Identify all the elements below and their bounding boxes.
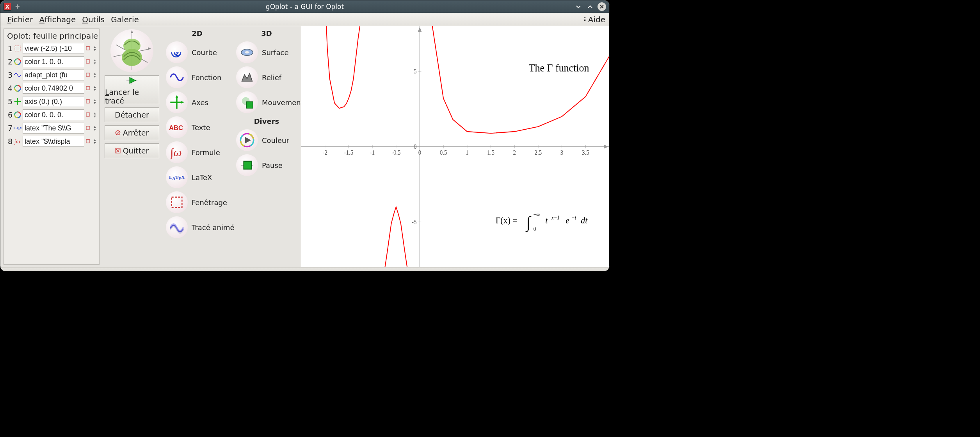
fenetrage-icon: [166, 191, 188, 213]
row-number: 2: [5, 57, 12, 66]
svg-text:∫: ∫: [525, 213, 532, 232]
delete-row-icon[interactable]: [85, 85, 91, 91]
sheet-row: 4 ▴▾: [5, 82, 98, 95]
svg-text:5: 5: [414, 68, 417, 75]
palette-item-label: LaTeX: [192, 173, 212, 182]
command-input[interactable]: [23, 109, 84, 120]
palette-item-fonction[interactable]: Fonction: [164, 65, 231, 90]
stop-button[interactable]: Arrêter: [105, 125, 159, 140]
svg-text:t: t: [545, 216, 548, 226]
palette-item-surface[interactable]: Surface: [234, 40, 299, 65]
app-icon: X: [4, 3, 11, 11]
palette-item-label: Fonction: [192, 73, 222, 82]
delete-row-icon[interactable]: [85, 138, 91, 144]
chart-annotation: Γ(x) = ∫ 0 +∞ t x−1 e −t dt: [496, 211, 588, 232]
palette-item-courbe[interactable]: Courbe: [164, 40, 231, 65]
palette-item-axes[interactable]: Axes: [164, 90, 231, 115]
launch-button[interactable]: Lancer le tracé: [105, 75, 159, 104]
palette-item-label: Pause: [262, 161, 283, 169]
palette-2d-heading: 2D: [164, 29, 231, 40]
reorder-handle[interactable]: ▴▾: [92, 85, 98, 91]
svg-marker-13: [17, 98, 18, 99]
delete-row-icon[interactable]: [85, 45, 91, 52]
yarn-knot-icon: [110, 29, 153, 72]
svg-text:-0.5: -0.5: [391, 149, 401, 156]
crop-icon: [13, 44, 22, 53]
status-strip: [0, 267, 609, 271]
palette-item-pause[interactable]: Pause: [234, 153, 299, 178]
delete-row-icon[interactable]: [85, 98, 91, 105]
reorder-handle[interactable]: ▴▾: [92, 45, 98, 52]
reorder-handle[interactable]: ▴▾: [92, 98, 98, 105]
palette-item-label: Relief: [262, 73, 281, 82]
close-button[interactable]: [598, 2, 606, 11]
chart-title: The Γ function: [529, 62, 589, 74]
svg-text:Γ(x) =: Γ(x) =: [496, 216, 518, 226]
reorder-handle[interactable]: ▴▾: [92, 125, 98, 131]
sheet-row: 7 LATEX ▴▾: [5, 122, 98, 134]
pin-icon[interactable]: [14, 4, 21, 10]
svg-rect-18: [86, 113, 89, 116]
delete-row-icon[interactable]: [85, 112, 91, 118]
sheet-panel: Oplot: feuille principale 1 ▴▾ 2 ▴▾ 3 ▴▾…: [0, 26, 102, 267]
palette-item-label: Axes: [192, 98, 208, 107]
command-input[interactable]: [23, 70, 84, 80]
svg-point-48: [245, 51, 249, 54]
stop-circle-icon: [115, 130, 121, 136]
palette-item-couleur[interactable]: Couleur: [234, 128, 299, 153]
svg-text:0: 0: [414, 143, 417, 150]
palette-item-fenetrage[interactable]: Fenêtrage: [164, 190, 231, 215]
palette-item-formule[interactable]: ∫ωFormule: [164, 140, 231, 165]
row-number: 5: [5, 97, 12, 106]
palette-item-label: Fenêtrage: [192, 198, 227, 207]
svg-text:0.5: 0.5: [440, 149, 447, 156]
svg-text:LATEX: LATEX: [169, 174, 185, 181]
window-title: gOplot - a GUI for Oplot: [0, 3, 609, 11]
svg-rect-9: [86, 86, 89, 90]
reorder-handle[interactable]: ▴▾: [92, 72, 98, 78]
app-window: X gOplot - a GUI for Oplot Fichier Affic…: [0, 0, 610, 271]
command-input[interactable]: [23, 43, 84, 54]
command-input[interactable]: [23, 96, 84, 107]
reorder-handle[interactable]: ▴▾: [92, 112, 98, 118]
palette-3d: 3D SurfaceReliefMouvement Divers Couleur…: [232, 26, 301, 267]
menu-help[interactable]: ⠿ Aide: [583, 15, 605, 24]
menu-view[interactable]: Affichage: [36, 14, 79, 25]
reorder-handle[interactable]: ▴▾: [92, 138, 98, 144]
svg-point-32: [122, 49, 142, 66]
svg-rect-6: [86, 73, 89, 77]
delete-row-icon[interactable]: [85, 125, 91, 131]
menubar: Fichier Affichage Outils Galerie ⠿ Aide: [0, 13, 609, 26]
palette-item-anime[interactable]: Tracé animé: [164, 215, 231, 240]
svg-text:-5: -5: [412, 218, 417, 225]
palette-2d: 2D CourbeFonctionAxesABCTexte∫ωFormuleLA…: [162, 26, 232, 267]
svg-text:3.5: 3.5: [582, 149, 589, 156]
palette-item-relief[interactable]: Relief: [234, 65, 299, 90]
menu-gallery[interactable]: Galerie: [108, 14, 142, 25]
palette-item-texte[interactable]: ABCTexte: [164, 115, 231, 140]
command-input[interactable]: [23, 56, 84, 67]
detach-button[interactable]: Détacher: [105, 107, 159, 122]
command-input[interactable]: [23, 136, 84, 147]
command-input[interactable]: [23, 83, 84, 94]
palette-item-label: Texte: [192, 123, 210, 132]
delete-row-icon[interactable]: [85, 59, 91, 65]
delete-row-icon[interactable]: [85, 72, 91, 78]
palette-item-label: Courbe: [192, 48, 217, 57]
svg-text:−t: −t: [571, 215, 576, 221]
palette-item-mouvement[interactable]: Mouvement: [234, 90, 299, 115]
plot-area[interactable]: -2-1.5-1-0.500.511.522.533.5-505The Γ fu…: [301, 26, 609, 267]
quit-button[interactable]: Quitter: [105, 143, 159, 158]
maximize-button[interactable]: [586, 2, 594, 11]
palette-item-label: Tracé animé: [192, 223, 235, 232]
svg-rect-57: [244, 161, 252, 169]
menu-file[interactable]: Fichier: [4, 14, 36, 25]
colorwheel-icon: [13, 111, 22, 119]
palette-item-latex[interactable]: LATEXLaTeX: [164, 165, 231, 190]
command-input[interactable]: [23, 123, 84, 134]
minimize-button[interactable]: [574, 2, 583, 11]
menu-tools[interactable]: Outils: [79, 14, 108, 25]
reorder-handle[interactable]: ▴▾: [92, 59, 98, 65]
courbe-icon: [166, 41, 188, 63]
axes-icon: [166, 91, 188, 113]
